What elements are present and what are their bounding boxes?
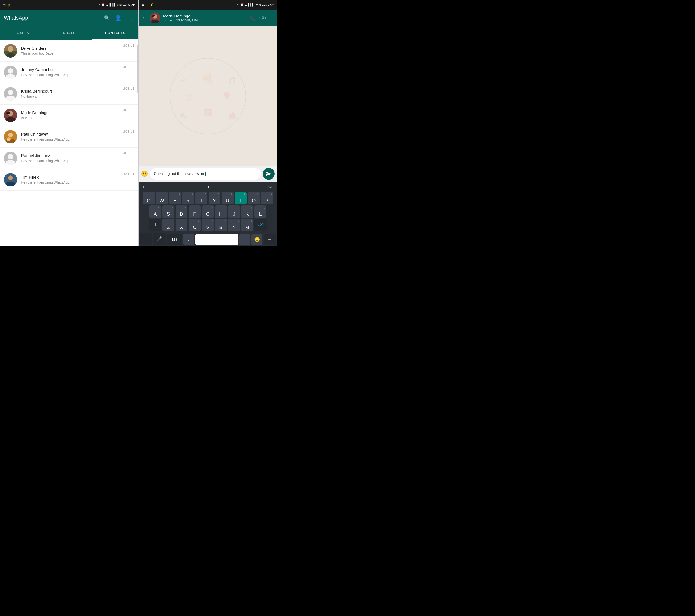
contact-info-raquel: Raquel Jimenez Hey there! I am using Wha… — [21, 154, 122, 163]
tab-chats[interactable]: CHATS — [46, 26, 92, 40]
keyboard-row-2: @A #S &D *F -G +H =J (K )L — [139, 205, 276, 218]
more-options-icon[interactable]: ⋮ — [129, 15, 134, 21]
enter-button[interactable]: ↵ — [264, 234, 276, 245]
contact-status-paul: Hey there! I am using WhatsApp. — [21, 138, 122, 141]
key-n[interactable]: ,N — [228, 219, 240, 231]
back-button[interactable]: ← — [141, 15, 147, 21]
shift-button[interactable]: ⬆ — [149, 219, 161, 231]
key-o[interactable]: 9O — [248, 192, 260, 204]
key-w[interactable]: 2W — [156, 192, 168, 204]
avatar-tim — [4, 173, 17, 187]
contact-type-krista: MOBILE — [122, 87, 134, 90]
contact-type-tim: MOBILE — [122, 173, 134, 176]
emoji-button[interactable]: 🙂 — [141, 170, 148, 177]
comma-key[interactable]: , — [183, 234, 194, 245]
key-m[interactable]: ;M — [241, 219, 253, 231]
contact-info-paul: Paul Chintawat Hey there! I am using Wha… — [21, 132, 122, 141]
suggestion-on: On — [269, 185, 273, 189]
contact-item-raquel[interactable]: Raquel Jimenez Hey there! I am using Wha… — [0, 148, 138, 169]
contact-status-krista: No thanks. — [21, 95, 122, 98]
screenshot-icon: ⊡ — [146, 3, 148, 7]
key-p[interactable]: 0P — [261, 192, 273, 204]
svg-point-20 — [170, 58, 245, 134]
key-e[interactable]: 3E — [169, 192, 181, 204]
chat-contact-name: Marie Domingo — [163, 14, 248, 19]
contact-name-johnny: Johnny Camacho — [21, 68, 122, 72]
tab-contacts[interactable]: CONTACTS — [92, 26, 138, 40]
contact-item-marie[interactable]: Marie Domingo At work MOBILE — [0, 105, 138, 126]
delete-button[interactable]: ⌫ — [254, 219, 267, 231]
key-s[interactable]: #S — [163, 205, 174, 218]
send-icon — [266, 171, 272, 177]
bluetooth2-icon: ✦ — [237, 3, 239, 6]
contact-item-dave[interactable]: Dave Childers This is your boy Dave MOBI… — [0, 40, 138, 62]
flash2-icon: ⚡ — [150, 3, 154, 7]
contact-item-tim[interactable]: Tim Fifield Hey there! I am using WhatsA… — [0, 169, 138, 190]
bluetooth-icon: ✦ — [98, 3, 100, 6]
message-input-area: 🙂 Checking out the new version. — [138, 166, 277, 182]
status-info-left: ✦ ⏰ ▲ ▌▌▌ 74% 10:30 AM — [98, 3, 135, 6]
key-g[interactable]: -G — [202, 205, 214, 218]
contact-type-marie: MOBILE — [122, 108, 134, 112]
suggestion-divider-1 — [178, 185, 179, 189]
attach-icon[interactable]: 📎 — [258, 14, 267, 22]
contact-info-johnny: Johnny Camacho Hey there! I am using Wha… — [21, 68, 122, 77]
contact-info-tim: Tim Fifield Hey there! I am using WhatsA… — [21, 175, 122, 184]
key-l[interactable]: )L — [254, 205, 266, 218]
svg-point-6 — [8, 90, 13, 95]
period-key[interactable]: . — [239, 234, 250, 245]
keyboard-rows: 1Q 2W 3E 4R 5T 6Y 7U 8I 9O 0P @A #S &D *… — [139, 192, 276, 245]
contact-name-tim: Tim Fifield — [21, 175, 122, 180]
chat-last-seen: last seen 3/31/2015, 7:54 .. — [163, 19, 248, 22]
key-f[interactable]: *F — [189, 205, 201, 218]
emoji-keyboard-icon[interactable]: 🙂 — [252, 234, 262, 245]
key-c[interactable]: $C — [189, 219, 201, 231]
contact-item-paul[interactable]: Paul Chintawat Hey there! I am using Wha… — [0, 126, 138, 148]
alarm-icon: ⏰ — [101, 3, 105, 6]
key-j[interactable]: =J — [228, 205, 240, 218]
add-contact-icon[interactable]: 👤+ — [115, 15, 124, 21]
more-options-chat-icon[interactable]: ⋮ — [269, 15, 274, 21]
suggestion-the: The — [142, 185, 149, 189]
message-input[interactable]: Checking out the new version. — [150, 168, 261, 179]
contact-item-johnny[interactable]: Johnny Camacho Hey there! I am using Wha… — [0, 62, 138, 83]
key-t[interactable]: 5T — [196, 192, 207, 204]
contact-item-krista[interactable]: Krista Berlincourt No thanks. MOBILE — [0, 83, 138, 105]
key-q[interactable]: 1Q — [143, 192, 155, 204]
chat-header: ← Marie Domingo last seen 3/31/2015, 7:5… — [138, 10, 277, 26]
suggestion-i: I — [208, 185, 209, 189]
contact-name-dave: Dave Childers — [21, 46, 122, 51]
key-r[interactable]: 4R — [182, 192, 194, 204]
notification-icon: ▤ — [3, 3, 6, 7]
svg-point-16 — [8, 175, 13, 180]
key-h[interactable]: +H — [215, 205, 227, 218]
space-key[interactable] — [196, 234, 238, 245]
key-z[interactable]: Z — [163, 219, 174, 231]
key-i[interactable]: 8I — [235, 192, 247, 204]
left-panel: ▤ ⚡ ✦ ⏰ ▲ ▌▌▌ 74% 10:30 AM WhatsApp 🔍 👤+… — [0, 0, 138, 246]
contact-status-tim: Hey there! I am using WhatsApp. — [21, 181, 122, 184]
call-icon[interactable]: 📞 — [250, 15, 256, 21]
key-b[interactable]: 'B — [215, 219, 227, 231]
contact-type-johnny: MOBILE — [122, 65, 134, 69]
avatar-raquel — [4, 152, 17, 165]
key-u[interactable]: 7U — [222, 192, 234, 204]
send-button[interactable] — [263, 168, 275, 180]
swipe-key[interactable]: ~ — [139, 233, 152, 245]
key-a[interactable]: @A — [149, 205, 161, 218]
search-icon[interactable]: 🔍 — [104, 15, 110, 21]
avatar-krista — [4, 87, 17, 101]
numbers-button[interactable]: 123 — [167, 234, 182, 245]
text-cursor — [205, 172, 206, 176]
key-x[interactable]: X — [175, 219, 187, 231]
avatar-johnny — [4, 66, 17, 79]
key-y[interactable]: 6Y — [208, 192, 220, 204]
key-d[interactable]: &D — [175, 205, 187, 218]
microphone-button[interactable]: 🎤 — [153, 233, 166, 245]
tab-calls[interactable]: CALLS — [0, 26, 46, 40]
chat-avatar — [150, 13, 160, 23]
chat-body: 🍕 🎂 🎈 🎁 ✂ 🎵 🎭 🌺 — [138, 26, 277, 166]
key-k[interactable]: (K — [241, 205, 253, 218]
key-v[interactable]: "V — [202, 219, 214, 231]
wifi2-icon: ▲ — [244, 3, 248, 6]
